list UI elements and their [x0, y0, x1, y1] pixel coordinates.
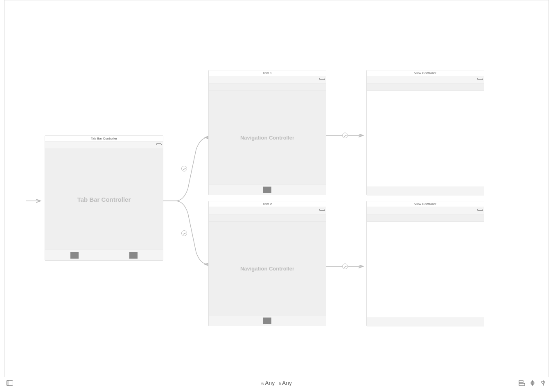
- tab-bar: [209, 184, 326, 195]
- battery-icon: [156, 143, 161, 145]
- scene-view-controller[interactable]: View Controller: [366, 70, 484, 195]
- size-class-h-value: Any: [282, 380, 292, 386]
- status-bar: [45, 142, 163, 149]
- battery-icon: [477, 209, 482, 211]
- placeholder-label: Tab Bar Controller: [45, 196, 163, 203]
- align-icon[interactable]: [519, 380, 525, 386]
- navigation-bar: [209, 214, 326, 222]
- size-class-w-label: w: [261, 381, 264, 386]
- scene-tab-bar-controller[interactable]: Tab Bar Controller Tab Bar Controller: [45, 135, 163, 261]
- scene-title: View Controller: [367, 201, 484, 207]
- scene-title: View Controller: [367, 70, 484, 76]
- size-class-w-value: Any: [265, 380, 275, 386]
- navigation-bar: [367, 83, 484, 91]
- battery-icon: [477, 78, 482, 80]
- svg-rect-5: [519, 381, 523, 383]
- scene-title: Item 2: [209, 201, 326, 207]
- document-outline-toggle-icon[interactable]: [7, 380, 13, 386]
- scene-title: Tab Bar Controller: [45, 136, 163, 142]
- scene-navigation-controller[interactable]: Item 1 Navigation Controller: [208, 70, 326, 195]
- size-class-h-label: h: [279, 381, 281, 386]
- status-bar: [209, 76, 326, 83]
- svg-rect-6: [519, 383, 525, 385]
- tab-item-icon[interactable]: [263, 318, 271, 324]
- segue-badge[interactable]: [181, 166, 187, 171]
- tab-item-icon[interactable]: [129, 252, 138, 259]
- segue-badge[interactable]: [342, 264, 348, 269]
- battery-icon: [319, 78, 324, 80]
- status-bar: [209, 207, 326, 214]
- resolve-issues-icon[interactable]: [540, 380, 546, 386]
- tab-item-icon[interactable]: [263, 187, 271, 193]
- toolbar-placeholder: [367, 318, 484, 327]
- segue-badge[interactable]: [342, 133, 348, 138]
- placeholder-label: Navigation Controller: [209, 266, 326, 272]
- scene-view-controller[interactable]: View Controller: [366, 201, 484, 326]
- status-bar: [367, 76, 484, 83]
- tab-bar: [209, 315, 326, 326]
- size-class-control[interactable]: wAny hAny: [261, 380, 292, 386]
- toolbar-placeholder: [367, 187, 484, 196]
- placeholder-label: Navigation Controller: [209, 135, 326, 141]
- svg-rect-4: [7, 381, 9, 386]
- pin-icon[interactable]: [529, 380, 536, 386]
- tab-item-icon[interactable]: [70, 252, 79, 259]
- battery-icon: [319, 209, 324, 211]
- scene-navigation-controller[interactable]: Item 2 Navigation Controller: [208, 201, 326, 326]
- segue-badge[interactable]: [181, 230, 187, 236]
- tab-bar: [45, 250, 163, 260]
- canvas-bottom-bar: wAny hAny: [4, 377, 549, 389]
- storyboard-canvas[interactable]: Tab Bar Controller Tab Bar Controller It…: [4, 0, 549, 377]
- status-bar: [367, 207, 484, 214]
- navigation-bar: [209, 83, 326, 91]
- navigation-bar: [367, 214, 484, 222]
- scene-title: Item 1: [209, 70, 326, 76]
